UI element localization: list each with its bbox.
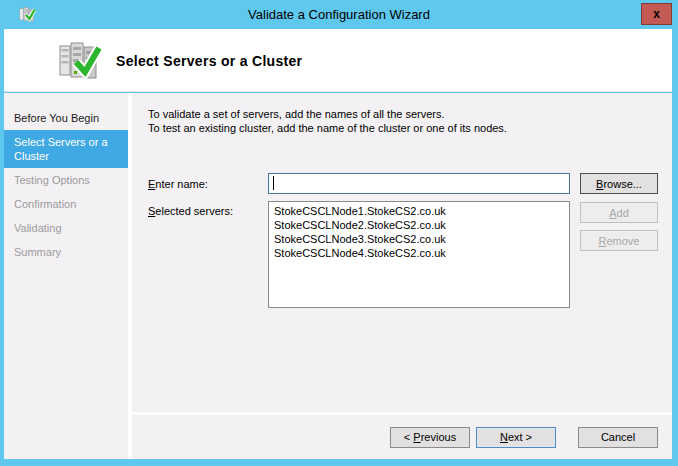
title-bar: Validate a Configuration Wizard x — [0, 0, 678, 29]
add-button[interactable]: Add — [580, 202, 658, 223]
close-button[interactable]: x — [641, 3, 672, 25]
sidebar-step-item[interactable]: Summary — [4, 240, 128, 264]
wizard-body: Before You Begin Select Servers or a Clu… — [4, 93, 672, 459]
remove-button-key: R — [599, 235, 607, 247]
previous-button[interactable]: < Previous — [390, 427, 470, 448]
server-list-item[interactable]: StokeCSCLNode4.StokeCS2.co.uk — [269, 246, 569, 260]
selected-servers-label-rest: elected servers: — [155, 205, 233, 217]
wizard-header: Select Servers or a Cluster — [4, 29, 672, 92]
previous-button-rest: revious — [421, 431, 456, 443]
server-list-item[interactable]: StokeCSCLNode2.StokeCS2.co.uk — [269, 218, 569, 232]
enter-name-field-wrap — [268, 173, 570, 194]
server-list-item[interactable]: StokeCSCLNode1.StokeCS2.co.uk — [269, 204, 569, 218]
instruction-line-2: To test an existing cluster, add the nam… — [148, 121, 672, 135]
instructions: To validate a set of servers, add the na… — [132, 93, 672, 135]
page-content: To validate a set of servers, add the na… — [132, 93, 672, 412]
enter-name-label-rest: nter name: — [155, 178, 208, 190]
server-list-item[interactable]: StokeCSCLNode3.StokeCS2.co.uk — [269, 232, 569, 246]
previous-button-key: P — [413, 431, 420, 443]
sidebar-step-label: Summary — [14, 246, 61, 258]
wizard-footer: < Previous Next > Cancel — [132, 415, 672, 459]
sidebar-step-item[interactable]: Testing Options — [4, 168, 128, 192]
sidebar-step-label: Confirmation — [14, 198, 76, 210]
validate-wizard-icon — [19, 6, 36, 23]
browse-button-rest: rowse... — [603, 178, 642, 190]
enter-name-label: Enter name: — [148, 178, 208, 190]
enter-name-input[interactable] — [268, 173, 570, 194]
next-button-key: N — [500, 431, 508, 443]
main-column: To validate a set of servers, add the na… — [132, 93, 672, 459]
add-button-key: A — [609, 207, 616, 219]
servers-check-icon — [58, 41, 102, 81]
wizard-steps-sidebar: Before You Begin Select Servers or a Clu… — [4, 93, 128, 459]
text-caret — [273, 176, 274, 190]
remove-button-rest: emove — [606, 235, 639, 247]
add-button-rest: dd — [617, 207, 629, 219]
sidebar-step-item[interactable]: Before You Begin — [4, 106, 128, 130]
sidebar-step-item[interactable]: Select Servers or a Cluster — [4, 130, 128, 168]
wizard-window: Validate a Configuration Wizard x Select… — [0, 0, 678, 466]
previous-button-pre: < — [404, 431, 410, 443]
selected-servers-listbox[interactable]: StokeCSCLNode1.StokeCS2.co.ukStokeCSCLNo… — [268, 201, 570, 308]
next-button[interactable]: Next > — [476, 427, 556, 448]
browse-button[interactable]: Browse... — [580, 173, 658, 194]
sidebar-step-label: Testing Options — [14, 174, 90, 186]
close-icon: x — [653, 8, 660, 20]
sidebar-step-label: Select Servers or a Cluster — [14, 136, 108, 162]
page-title: Select Servers or a Cluster — [116, 53, 302, 69]
next-button-rest: ext > — [508, 431, 532, 443]
cancel-button[interactable]: Cancel — [578, 427, 658, 448]
selected-servers-label: Selected servers: — [148, 205, 233, 217]
sidebar-step-item[interactable]: Validating — [4, 216, 128, 240]
sidebar-step-item[interactable]: Confirmation — [4, 192, 128, 216]
remove-button[interactable]: Remove — [580, 230, 658, 251]
browse-button-key: B — [596, 178, 603, 190]
sidebar-step-label: Before You Begin — [14, 112, 99, 124]
instruction-line-1: To validate a set of servers, add the na… — [148, 107, 672, 121]
sidebar-step-label: Validating — [14, 222, 62, 234]
cancel-button-rest: Cancel — [601, 431, 635, 443]
window-title: Validate a Configuration Wizard — [0, 7, 678, 22]
